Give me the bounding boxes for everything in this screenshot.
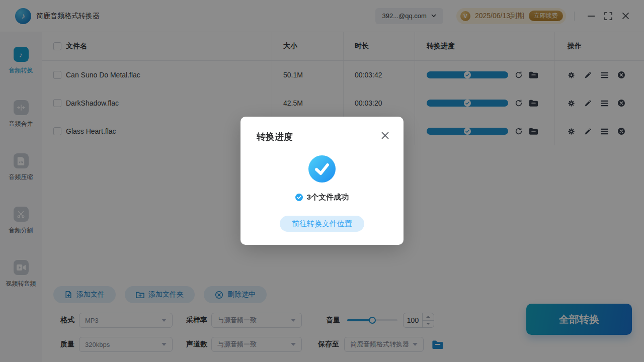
status-text: 3个文件成功 <box>307 193 349 202</box>
dialog-title: 转换进度 <box>257 131 293 143</box>
goto-converted-files-button[interactable]: 前往转换文件位置 <box>280 216 364 232</box>
close-icon <box>381 132 389 139</box>
success-badge-icon <box>295 194 303 201</box>
dialog-close-button[interactable] <box>379 130 390 141</box>
status-row: 3个文件成功 <box>240 193 404 202</box>
success-check-icon <box>308 155 336 185</box>
conversion-progress-dialog: 转换进度 3个文件成功 前往转换文件位置 <box>240 117 404 245</box>
